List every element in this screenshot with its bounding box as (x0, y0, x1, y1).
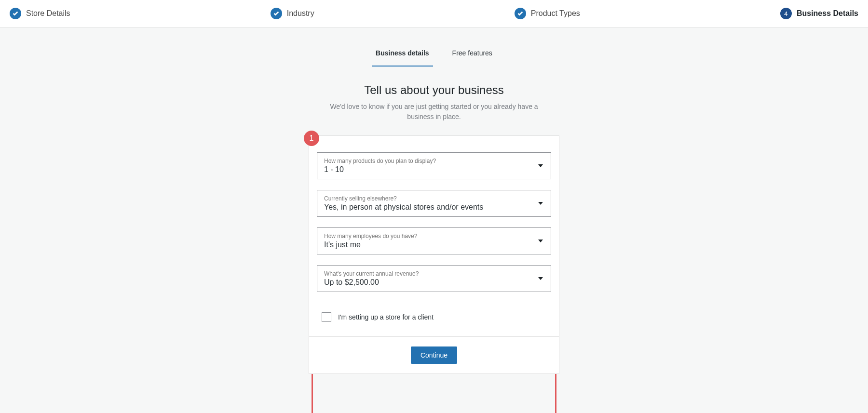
step-business-details[interactable]: 4 Business Details (780, 8, 858, 19)
check-icon (271, 8, 282, 19)
tab-free-features[interactable]: Free features (448, 49, 496, 67)
select-value: 1 - 10 (324, 165, 531, 174)
check-icon (10, 8, 21, 19)
step-label: Industry (287, 9, 314, 18)
page-heading: Tell us about your business We'd love to… (0, 83, 868, 122)
select-selling-elsewhere[interactable]: Currently selling elsewhere? Yes, in per… (317, 190, 551, 217)
step-industry[interactable]: Industry (271, 8, 314, 19)
continue-button[interactable]: Continue (411, 346, 457, 364)
select-label: How many products do you plan to display… (324, 158, 531, 164)
wizard-stepper: Store Details Industry Product Types 4 B… (0, 0, 868, 27)
select-label: How many employees do you have? (324, 233, 531, 240)
chevron-down-icon (538, 240, 543, 242)
chevron-down-icon (538, 202, 543, 205)
form-card: How many products do you plan to display… (309, 135, 559, 337)
client-store-label[interactable]: I'm setting up a store for a client (338, 313, 434, 321)
fields-group: How many products do you plan to display… (317, 152, 551, 292)
subtabs: Business details Free features (0, 49, 868, 67)
tab-business-details[interactable]: Business details (372, 49, 433, 67)
client-store-checkbox[interactable] (322, 312, 331, 322)
select-annual-revenue[interactable]: What's your current annual revenue? Up t… (317, 265, 551, 292)
page-subtitle: We'd love to know if you are just gettin… (316, 102, 552, 122)
chevron-down-icon (538, 277, 543, 280)
select-value: Yes, in person at physical stores and/or… (324, 203, 531, 212)
card-wrap: 1 2 How many products do you plan to dis… (309, 135, 559, 374)
select-label: Currently selling elsewhere? (324, 195, 531, 202)
step-number-badge: 4 (780, 8, 792, 19)
annotation-badge-1: 1 (304, 131, 319, 146)
client-store-row: I'm setting up a store for a client (317, 312, 551, 322)
select-product-count[interactable]: How many products do you plan to display… (317, 152, 551, 179)
card-footer: Continue (309, 337, 559, 374)
content-area: Business details Free features Tell us a… (0, 27, 868, 374)
check-icon (515, 8, 526, 19)
select-label: What's your current annual revenue? (324, 270, 531, 277)
select-value: It's just me (324, 240, 531, 249)
step-product-types[interactable]: Product Types (515, 8, 580, 19)
step-label: Product Types (531, 9, 580, 18)
select-value: Up to $2,500.00 (324, 278, 531, 287)
page-title: Tell us about your business (0, 83, 868, 97)
chevron-down-icon (538, 164, 543, 167)
step-label: Store Details (26, 9, 70, 18)
select-employees[interactable]: How many employees do you have? It's jus… (317, 227, 551, 254)
step-store-details[interactable]: Store Details (10, 8, 70, 19)
step-label: Business Details (797, 9, 858, 18)
